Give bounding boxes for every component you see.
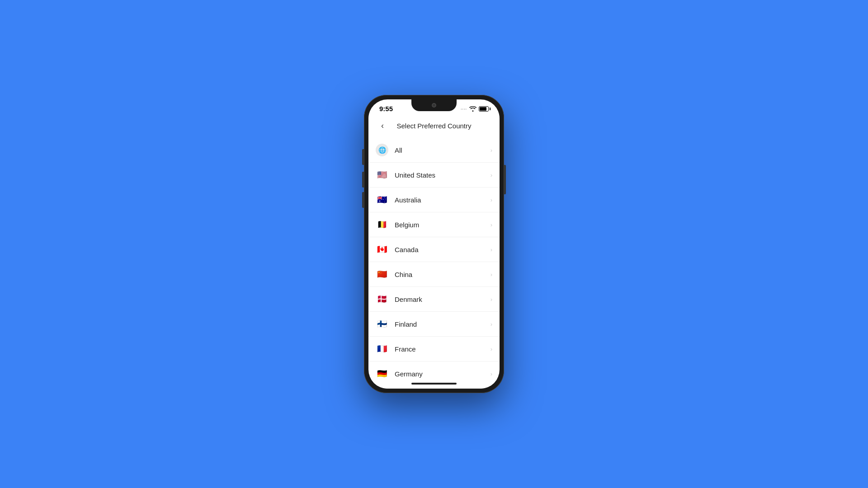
country-name: Belgium xyxy=(395,221,491,229)
flag-icon: 🇦🇺 xyxy=(376,193,388,206)
flag-icon: 🇨🇳 xyxy=(376,268,388,281)
flag-icon: 🇺🇸 xyxy=(376,169,388,181)
back-arrow-icon: ‹ xyxy=(381,121,384,131)
country-list: 🌐All›🇺🇸United States›🇦🇺Australia›🇧🇪Belgi… xyxy=(368,138,500,379)
phone-frame: 9:55 ···· ‹ Select Preferred Country 🌐Al… xyxy=(364,95,504,393)
status-icons: ···· xyxy=(461,106,489,112)
list-item[interactable]: 🇫🇷France› xyxy=(368,337,500,361)
status-time: 9:55 xyxy=(379,105,393,113)
list-item[interactable]: 🌐All› xyxy=(368,138,500,163)
country-name: All xyxy=(395,146,491,154)
chevron-right-icon: › xyxy=(491,172,492,178)
flag-icon: 🌐 xyxy=(376,144,388,156)
flag-icon: 🇫🇮 xyxy=(376,318,388,330)
list-item[interactable]: 🇦🇺Australia› xyxy=(368,188,500,212)
page-title: Select Preferred Country xyxy=(389,122,479,130)
back-button[interactable]: ‹ xyxy=(376,119,389,132)
chevron-right-icon: › xyxy=(491,197,492,203)
country-name: Canada xyxy=(395,246,491,253)
flag-icon: 🇨🇦 xyxy=(376,243,388,256)
home-indicator xyxy=(368,379,500,389)
flag-icon: 🇩🇪 xyxy=(376,367,388,379)
country-name: China xyxy=(395,271,491,278)
chevron-right-icon: › xyxy=(491,221,492,228)
phone-screen: 9:55 ···· ‹ Select Preferred Country 🌐Al… xyxy=(368,99,500,389)
country-name: France xyxy=(395,345,491,353)
chevron-right-icon: › xyxy=(491,271,492,278)
chevron-right-icon: › xyxy=(491,346,492,352)
header: ‹ Select Preferred Country xyxy=(368,115,500,138)
chevron-right-icon: › xyxy=(491,321,492,328)
country-name: Australia xyxy=(395,196,491,204)
list-item[interactable]: 🇺🇸United States› xyxy=(368,163,500,188)
chevron-right-icon: › xyxy=(491,296,492,303)
flag-icon: 🇫🇷 xyxy=(376,343,388,355)
country-name: Finland xyxy=(395,320,491,328)
list-item[interactable]: 🇫🇮Finland› xyxy=(368,312,500,337)
flag-icon: 🇩🇰 xyxy=(376,293,388,305)
battery-icon xyxy=(479,106,489,112)
country-name: Germany xyxy=(395,370,491,378)
chevron-right-icon: › xyxy=(491,246,492,253)
wifi-icon xyxy=(469,106,476,112)
country-name: United States xyxy=(395,171,491,179)
list-item[interactable]: 🇩🇰Denmark› xyxy=(368,287,500,312)
list-item[interactable]: 🇨🇦Canada› xyxy=(368,237,500,262)
chevron-right-icon: › xyxy=(491,371,492,377)
flag-icon: 🇧🇪 xyxy=(376,218,388,231)
country-name: Denmark xyxy=(395,296,491,303)
notch xyxy=(411,99,457,111)
list-item[interactable]: 🇨🇳China› xyxy=(368,262,500,287)
chevron-right-icon: › xyxy=(491,147,492,154)
list-item[interactable]: 🇧🇪Belgium› xyxy=(368,212,500,237)
signal-icon: ···· xyxy=(461,107,467,111)
home-bar xyxy=(411,383,457,385)
list-item[interactable]: 🇩🇪Germany› xyxy=(368,361,500,379)
camera xyxy=(432,103,436,108)
